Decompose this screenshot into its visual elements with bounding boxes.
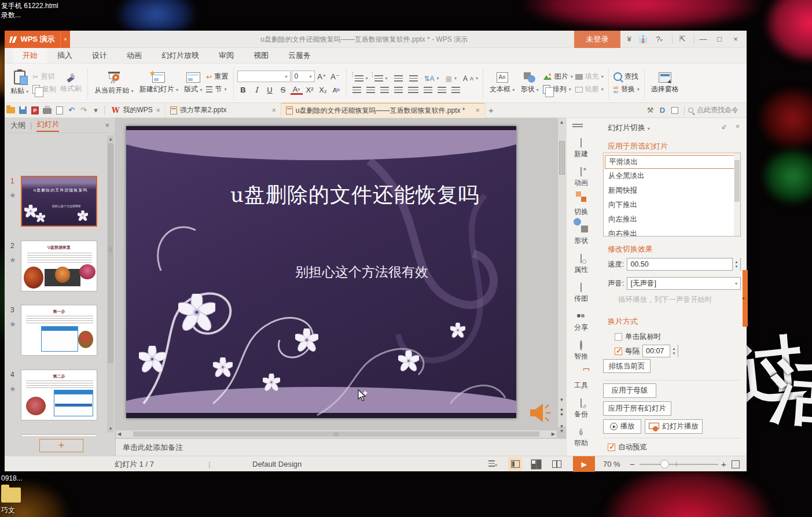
scrollbar-thumb[interactable]: ||| xyxy=(108,143,113,363)
panel-close-icon[interactable]: × xyxy=(736,123,740,131)
sidebar-item-tools[interactable]: 工具 xyxy=(567,369,596,394)
close-button[interactable]: × xyxy=(728,31,743,48)
close-tab-icon[interactable]: × xyxy=(272,106,276,115)
desktop-icon-label[interactable]: 0918... xyxy=(1,474,23,482)
cut-button[interactable]: ✂剪切 xyxy=(31,71,57,82)
font-size-combo[interactable]: 0▾ xyxy=(292,71,315,82)
bullets-button[interactable]: ▾ xyxy=(354,73,369,84)
superscript-button[interactable]: X² xyxy=(304,84,316,95)
fit-to-window-button[interactable] xyxy=(732,460,740,468)
transition-list[interactable]: 平滑淡出 从全黑淡出 新闻快报 向下推出 向左推出 向右推出 xyxy=(603,153,741,237)
tab-animation[interactable]: 动画 xyxy=(117,48,152,63)
close-panel-icon[interactable]: × xyxy=(105,121,109,130)
play-from-current-button[interactable]: 从当前开始 ▾ xyxy=(91,70,136,97)
zoom-slider-knob[interactable] xyxy=(660,460,669,468)
app-menu-caret[interactable]: ▾ xyxy=(60,31,70,48)
outline-tab[interactable]: 大纲 xyxy=(10,120,25,131)
tab-view[interactable]: 视图 xyxy=(244,48,278,63)
vertical-scrollbar[interactable]: ▲ xyxy=(557,118,566,427)
command-search-box[interactable]: 点此查找命令 xyxy=(688,105,738,115)
strikethrough-button[interactable]: S xyxy=(277,84,289,95)
sidebar-item-new[interactable]: 新建 xyxy=(567,138,596,163)
sound-dropdown[interactable]: [无声音] ▾ xyxy=(627,277,741,290)
picture-button[interactable]: 图片 ▾ xyxy=(542,71,574,82)
font-color-button[interactable]: A▾ xyxy=(291,86,303,95)
export-pdf-icon[interactable]: P xyxy=(29,104,41,117)
paste-button[interactable]: 粘贴 ▾ xyxy=(8,69,31,97)
sidebar-item-backup[interactable]: ↺备份 xyxy=(567,398,596,423)
open-icon[interactable] xyxy=(5,104,17,117)
scroll-left-icon[interactable]: ◀ xyxy=(117,431,121,437)
format-painter-button[interactable]: 格式刷 xyxy=(57,72,84,95)
undo-icon[interactable]: ↶ xyxy=(65,104,78,117)
desktop-icon-label[interactable]: 录数... xyxy=(1,10,21,20)
reading-view-button[interactable] xyxy=(550,457,564,471)
transition-star-icon[interactable]: ★ xyxy=(9,256,16,264)
redo-icon[interactable]: ↷ xyxy=(78,104,90,117)
previous-slide-button[interactable]: ▲▲ xyxy=(557,407,566,416)
replace-button[interactable]: abac替换 ▾ xyxy=(612,84,641,95)
scroll-right-icon[interactable]: ▶ xyxy=(552,431,555,437)
next-slide-button[interactable]: ▼▼ xyxy=(557,424,566,434)
increase-indent-button[interactable] xyxy=(408,73,419,84)
slide-thumbnail-3[interactable]: 第一步 xyxy=(21,305,97,356)
quick-toolbar-caret[interactable]: ▾ xyxy=(90,104,102,117)
find-button[interactable]: 查找 xyxy=(612,71,641,82)
align-left-button[interactable] xyxy=(352,87,361,93)
interval-input[interactable]: 00:07 ▲▼ xyxy=(642,345,678,357)
textbox-button[interactable]: A≡ 文本框 ▾ xyxy=(487,71,517,95)
scroll-down-icon[interactable]: ▼ xyxy=(107,426,114,431)
slide-thumbnail-1[interactable]: u盘删除的文件还能恢复吗 别担心这个方法很有效 xyxy=(21,176,97,227)
slide-thumbnail-2[interactable]: U盘数据恢复 xyxy=(21,241,97,291)
transition-star-icon[interactable]: ★ xyxy=(9,385,16,393)
print-preview-icon[interactable] xyxy=(53,104,65,117)
scroll-down-icon[interactable]: ▼ xyxy=(557,398,566,402)
arrange-button[interactable]: 排列 ▾ xyxy=(542,84,574,95)
transition-option[interactable]: 新闻快报 xyxy=(604,183,740,198)
interval-spinner[interactable]: ▲▼ xyxy=(670,345,678,357)
decrease-indent-button[interactable] xyxy=(393,73,404,84)
slide-canvas[interactable]: u盘删除的文件还能恢复吗 别担心这个方法很有效 xyxy=(126,126,516,418)
tab-slideshow[interactable]: 幻灯片放映 xyxy=(152,48,209,63)
columns-button[interactable]: ▦▾ xyxy=(444,73,458,84)
tab-document-2-active[interactable]: u盘删除的文件还能恢复吗——互盾数据恢复软件.pptx * × xyxy=(281,103,485,118)
normal-view-button[interactable] xyxy=(508,457,522,471)
transition-star-icon[interactable]: ★ xyxy=(9,320,16,328)
zoom-in-button[interactable]: + xyxy=(721,456,726,472)
sidebar-item-share[interactable]: 分享 xyxy=(567,311,596,337)
transition-option[interactable]: 向下推出 xyxy=(604,198,740,212)
hide-ribbon-icon[interactable]: ⇱ xyxy=(675,31,690,48)
speed-input[interactable]: 00.50 ▲▼ xyxy=(627,258,741,271)
scrollbar-thumb[interactable] xyxy=(734,160,740,202)
tab-home[interactable]: 开始 xyxy=(13,48,47,63)
desktop-icon-label[interactable]: 复手机 61222.html xyxy=(1,1,58,11)
auto-preview-checkbox[interactable]: ✓ xyxy=(608,444,615,451)
zoom-slider-track[interactable] xyxy=(640,464,718,465)
sidebar-item-properties[interactable]: 属性 xyxy=(567,253,596,279)
new-slide-button[interactable]: ★ 新建幻灯片 ▾ xyxy=(137,71,181,95)
task-pane-icon[interactable] xyxy=(668,104,681,117)
tab-my-wps[interactable]: W 我的WPS × xyxy=(107,103,166,118)
close-tab-icon[interactable]: × xyxy=(156,106,160,115)
speed-spinner[interactable]: ▲▼ xyxy=(732,258,740,271)
member-icon[interactable]: ¥ xyxy=(622,31,637,48)
scrollbar-thumb[interactable] xyxy=(559,141,565,175)
font-name-combo[interactable]: ▾ xyxy=(237,71,291,82)
sidebar-item-help[interactable]: ?帮助 xyxy=(567,427,596,452)
fill-button[interactable]: 填充 ▾ xyxy=(574,71,605,82)
notes-area[interactable]: 单击此处添加备注 xyxy=(116,438,566,456)
justify-button[interactable] xyxy=(394,87,403,93)
app-menu-button[interactable]: WPS 演示 xyxy=(5,31,60,48)
section-button[interactable]: 节 ▾ xyxy=(205,84,229,95)
horizontal-scrollbar[interactable]: ◀ ||| ▶ xyxy=(116,430,557,438)
align-center-button[interactable] xyxy=(366,87,375,93)
slides-tab[interactable]: 幻灯片 xyxy=(36,119,59,132)
sidebar-item-upload-image[interactable]: 传图 xyxy=(567,282,596,308)
bold-button[interactable]: B xyxy=(237,84,249,95)
login-button[interactable]: 未登录 xyxy=(574,31,620,48)
align-right-button[interactable] xyxy=(380,87,389,93)
scrollbar-thumb[interactable]: ||| xyxy=(133,431,539,437)
notes-toggle-icon[interactable]: ▾ xyxy=(488,456,497,473)
text-spacing-button[interactable]: AA▾ xyxy=(462,73,479,84)
shrink-font-button[interactable]: A⁻ xyxy=(329,71,341,82)
